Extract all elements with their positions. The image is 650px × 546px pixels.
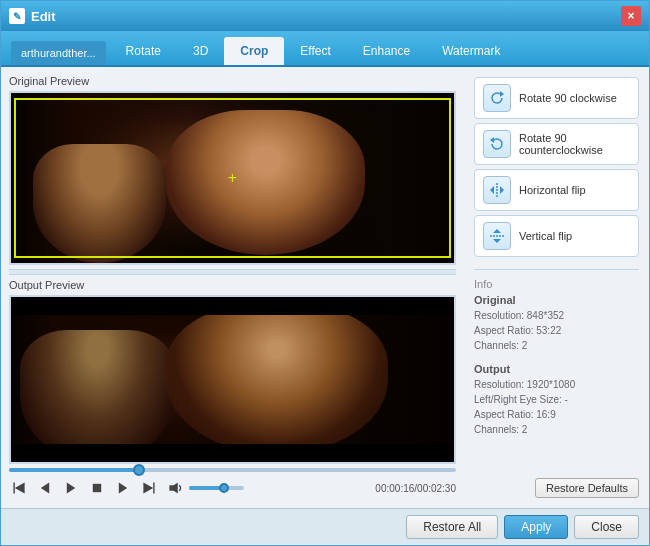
output-resolution: Resolution: 1920*1080 <box>474 377 639 392</box>
skip-end-button[interactable] <box>139 478 159 498</box>
output-info: Output Resolution: 1920*1080 Left/Right … <box>474 363 639 437</box>
restore-defaults-button[interactable]: Restore Defaults <box>535 478 639 498</box>
svg-marker-6 <box>153 482 154 493</box>
original-aspect: Aspect Ratio: 53:22 <box>474 323 639 338</box>
svg-marker-3 <box>67 482 75 493</box>
svg-marker-5 <box>119 482 127 493</box>
vflip-label: Vertical flip <box>519 230 572 242</box>
vflip-button[interactable]: Vertical flip <box>474 215 639 257</box>
svg-marker-12 <box>490 186 494 194</box>
edit-window: ✎ Edit × arthurandther... Rotate 3D Crop… <box>0 0 650 546</box>
rotate-cw-label: Rotate 90 clockwise <box>519 92 617 104</box>
original-info-label: Original <box>474 294 639 306</box>
output-leftright: Left/Right Eye Size: - <box>474 392 639 407</box>
tab-bar: arthurandther... Rotate 3D Crop Effect E… <box>1 31 649 67</box>
info-section: Info Original Resolution: 848*352 Aspect… <box>474 269 639 447</box>
progress-bar[interactable] <box>9 468 456 472</box>
rotate-cw-icon <box>483 84 511 112</box>
progress-knob[interactable] <box>133 464 145 476</box>
output-preview-label: Output Preview <box>9 279 456 291</box>
svg-marker-8 <box>169 482 177 493</box>
stop-button[interactable] <box>87 478 107 498</box>
time-display: 00:00:16/00:02:30 <box>375 483 456 494</box>
person-left-silhouette <box>33 144 166 263</box>
svg-marker-15 <box>493 229 501 233</box>
output-info-label: Output <box>474 363 639 375</box>
progress-area <box>9 468 456 472</box>
rotate-ccw-label: Rotate 90 counterclockwise <box>519 132 630 156</box>
tab-enhance[interactable]: Enhance <box>347 37 426 65</box>
main-content: Original Preview + Output Preview <box>1 67 649 508</box>
tab-3d[interactable]: 3D <box>177 37 224 65</box>
svg-marker-16 <box>493 239 501 243</box>
hflip-button[interactable]: Horizontal flip <box>474 169 639 211</box>
play-button[interactable] <box>61 478 81 498</box>
person-right-silhouette <box>166 110 365 255</box>
apply-button[interactable]: Apply <box>504 515 568 539</box>
letterbox-bottom <box>11 444 454 462</box>
close-button-bottom[interactable]: Close <box>574 515 639 539</box>
skip-start-button[interactable] <box>9 478 29 498</box>
original-preview: + <box>9 91 456 265</box>
original-channels: Channels: 2 <box>474 338 639 353</box>
svg-marker-0 <box>13 482 14 493</box>
svg-marker-13 <box>500 186 504 194</box>
info-title: Info <box>474 278 639 290</box>
out-person-left <box>20 330 175 462</box>
rotate-ccw-button[interactable]: Rotate 90 counterclockwise <box>474 123 639 165</box>
left-panel: Original Preview + Output Preview <box>1 67 464 508</box>
divider <box>9 269 456 275</box>
volume-container <box>165 478 244 498</box>
output-video-frame <box>11 297 454 462</box>
prev-frame-button[interactable] <box>35 478 55 498</box>
original-resolution: Resolution: 848*352 <box>474 308 639 323</box>
tab-rotate[interactable]: Rotate <box>110 37 177 65</box>
out-person-right <box>166 305 388 454</box>
svg-marker-10 <box>490 137 494 143</box>
title-bar: ✎ Edit × <box>1 1 649 31</box>
output-aspect: Aspect Ratio: 16:9 <box>474 407 639 422</box>
tab-crop[interactable]: Crop <box>224 37 284 65</box>
progress-fill <box>9 468 143 472</box>
rotate-ccw-icon <box>483 130 511 158</box>
original-info: Original Resolution: 848*352 Aspect Rati… <box>474 294 639 353</box>
letterbox-top <box>11 297 454 315</box>
original-preview-label: Original Preview <box>9 75 456 87</box>
playback-controls: 00:00:16/00:02:30 <box>9 476 456 500</box>
svg-marker-7 <box>143 482 153 493</box>
hflip-icon <box>483 176 511 204</box>
tab-watermark[interactable]: Watermark <box>426 37 516 65</box>
tab-effect[interactable]: Effect <box>284 37 346 65</box>
right-panel: Rotate 90 clockwise Rotate 90 counterclo… <box>464 67 649 508</box>
svg-marker-9 <box>500 91 504 97</box>
svg-rect-4 <box>93 484 101 492</box>
window-title: Edit <box>31 9 621 24</box>
app-icon: ✎ <box>9 8 25 24</box>
rotate-cw-button[interactable]: Rotate 90 clockwise <box>474 77 639 119</box>
original-video-frame <box>11 93 454 263</box>
svg-marker-1 <box>15 482 25 493</box>
bottom-bar: Restore All Apply Close <box>1 508 649 545</box>
restore-defaults-area: Restore Defaults <box>474 478 639 498</box>
svg-marker-2 <box>41 482 49 493</box>
output-channels: Channels: 2 <box>474 422 639 437</box>
restore-all-button[interactable]: Restore All <box>406 515 498 539</box>
volume-icon[interactable] <box>165 478 185 498</box>
next-frame-button[interactable] <box>113 478 133 498</box>
volume-bar[interactable] <box>189 486 244 490</box>
volume-knob[interactable] <box>219 483 229 493</box>
close-button[interactable]: × <box>621 6 641 26</box>
output-preview <box>9 295 456 464</box>
hflip-label: Horizontal flip <box>519 184 586 196</box>
vflip-icon <box>483 222 511 250</box>
file-tab[interactable]: arthurandther... <box>11 41 106 65</box>
